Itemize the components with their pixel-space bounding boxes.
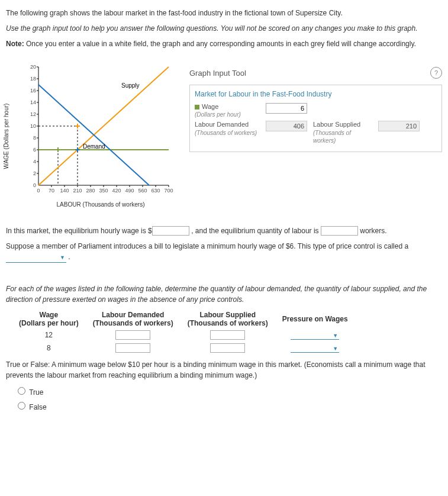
equilibrium-quantity-input[interactable]: [321, 226, 358, 236]
wage-field-label: Wage(Dollars per hour): [195, 103, 260, 118]
pressure-dropdown-row2[interactable]: [291, 344, 339, 353]
x-axis-label: LABOUR (Thousands of workers): [24, 201, 178, 208]
svg-text:70: 70: [49, 188, 54, 194]
svg-text:140: 140: [60, 188, 69, 194]
demand-output: [266, 121, 307, 131]
note-prefix: Note:: [6, 40, 24, 48]
col-supply: Labour Supplied(Thousands of workers): [181, 310, 275, 328]
wage-pressure-table: Wage(Dollars per hour) Labour Demanded(T…: [12, 310, 355, 355]
svg-text:280: 280: [86, 188, 95, 194]
note-line: Note: Once you enter a value in a white …: [6, 38, 442, 49]
pressure-dropdown-row1[interactable]: [291, 331, 339, 340]
svg-text:490: 490: [125, 188, 134, 194]
radio-true[interactable]: [18, 387, 25, 395]
wage-cell: 8: [12, 342, 86, 355]
true-false-options: True False: [15, 385, 442, 411]
svg-text:700: 700: [164, 188, 173, 194]
demand-field-label: Labour Demanded(Thousands of workers): [195, 121, 260, 136]
supply-input-row2[interactable]: [210, 343, 245, 353]
market-title: Market for Labour in the Fast-Food Indus…: [195, 90, 437, 98]
svg-text:18: 18: [30, 76, 36, 82]
intro-text: The following graph shows the labour mar…: [6, 8, 442, 18]
price-control-dropdown[interactable]: [6, 252, 66, 263]
svg-text:20: 20: [30, 64, 36, 70]
svg-text:10: 10: [30, 123, 36, 129]
wage-legend-icon: [195, 105, 199, 109]
market-box: Market for Labour in the Fast-Food Indus…: [189, 85, 442, 152]
svg-text:420: 420: [112, 188, 121, 194]
equilibrium-question: In this market, the equilibrium hourly w…: [6, 226, 442, 236]
svg-text:12: 12: [30, 111, 36, 117]
labour-market-graph[interactable]: 0 2 4 6 8 10 12 14 16 18 20: [24, 64, 178, 200]
wage-cell: 12: [12, 328, 86, 342]
svg-text:6: 6: [33, 147, 36, 153]
svg-text:0: 0: [37, 188, 40, 194]
svg-text:16: 16: [30, 88, 36, 94]
table-question-intro: For each of the wages listed in the foll…: [6, 284, 442, 305]
svg-text:4: 4: [33, 159, 36, 165]
graph-panel: WAGE (Dollars per hour) 0 2 4 6 8 10 12 …: [6, 64, 178, 208]
svg-text:0: 0: [33, 182, 36, 188]
col-wage: Wage(Dollars per hour): [12, 310, 86, 328]
price-control-question: Suppose a member of Parliament introduce…: [6, 241, 442, 263]
equilibrium-wage-input[interactable]: [152, 226, 189, 236]
table-row: 12: [12, 328, 355, 342]
svg-text:630: 630: [151, 188, 160, 194]
graph-input-tool: Graph Input Tool ? Market for Labour in …: [189, 64, 442, 152]
supply-output: [378, 121, 420, 131]
help-icon[interactable]: ?: [430, 67, 442, 79]
true-false-question: True or False: A minimum wage below $10 …: [6, 359, 442, 381]
svg-text:350: 350: [99, 188, 108, 194]
note-body: Once you enter a value in a white field,…: [24, 40, 416, 48]
option-false[interactable]: False: [15, 400, 442, 411]
graph-instructions: Use the graph input tool to help you ans…: [6, 23, 442, 34]
y-axis-label: WAGE (Dollars per hour): [3, 103, 9, 169]
col-demand: Labour Demanded(Thousands of workers): [86, 310, 181, 328]
demand-input-row2[interactable]: [115, 343, 150, 353]
svg-text:2: 2: [33, 170, 36, 176]
svg-text:14: 14: [30, 99, 36, 105]
svg-text:Supply: Supply: [121, 82, 140, 89]
wage-input[interactable]: [266, 103, 307, 114]
option-true[interactable]: True: [15, 385, 442, 397]
svg-text:210: 210: [73, 188, 82, 194]
supply-input-row1[interactable]: [210, 330, 245, 340]
col-pressure: Pressure on Wages: [275, 310, 355, 328]
supply-field-label: Labour Supplied(Thousands of workers): [313, 121, 372, 144]
demand-input-row1[interactable]: [115, 330, 150, 340]
table-row: 8: [12, 342, 355, 355]
radio-false[interactable]: [18, 402, 25, 410]
svg-text:8: 8: [33, 135, 36, 141]
svg-text:560: 560: [138, 188, 147, 194]
svg-text:Demand: Demand: [83, 143, 105, 150]
tool-title: Graph Input Tool: [189, 69, 246, 78]
